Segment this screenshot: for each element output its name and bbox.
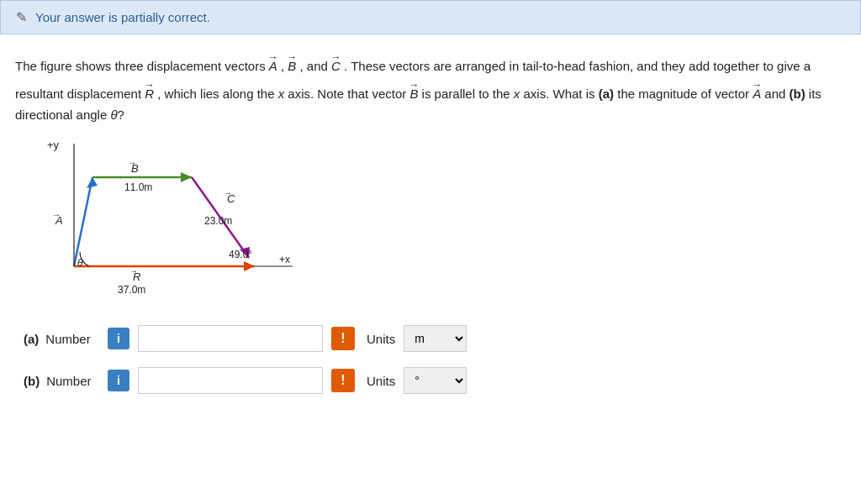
diagram-A-arrow: → bbox=[52, 210, 61, 219]
answer-label-b: (b) Number bbox=[24, 374, 99, 388]
main-content: The figure shows three displacement vect… bbox=[0, 50, 861, 394]
banner: ✎ Your answer is partially correct. bbox=[0, 0, 861, 34]
diagram-B-arrow: → bbox=[128, 158, 136, 167]
vector-A-label2: A bbox=[753, 77, 761, 105]
vector-B-label2: B bbox=[409, 77, 418, 105]
svg-marker-3 bbox=[181, 172, 192, 182]
info-button-a[interactable]: i bbox=[108, 328, 129, 349]
answer-row-b: (b) Number i ! Units ° rad bbox=[24, 367, 837, 394]
number-input-b[interactable] bbox=[138, 367, 323, 394]
diagram-x-axis-label: +x bbox=[279, 254, 290, 265]
answers-section: (a) Number i ! Units m km cm (b) Number … bbox=[15, 325, 846, 394]
number-input-a[interactable] bbox=[138, 325, 323, 352]
diagram-C-arrow: → bbox=[224, 188, 232, 197]
part-letter-b: (b) bbox=[24, 374, 40, 388]
vector-C-label: C bbox=[331, 50, 341, 77]
diagram-C-length: 23.0m bbox=[204, 215, 232, 227]
number-label-b: Number bbox=[46, 374, 91, 388]
number-label-a: Number bbox=[45, 332, 90, 346]
svg-marker-1 bbox=[87, 177, 98, 188]
info-button-b[interactable]: i bbox=[108, 370, 129, 391]
diagram-theta-label: θ bbox=[77, 257, 83, 269]
diagram-R-arrow: → bbox=[129, 266, 138, 276]
answer-label-a: (a) Number bbox=[24, 332, 99, 346]
vector-B-label: B bbox=[288, 50, 296, 77]
units-select-a[interactable]: m km cm bbox=[404, 325, 467, 352]
vector-A-label: A bbox=[269, 50, 277, 77]
svg-marker-7 bbox=[244, 261, 255, 271]
banner-text: Your answer is partially correct. bbox=[35, 10, 210, 24]
diagram-area: +y A → B → 11.0m C → bbox=[32, 134, 318, 302]
problem-text: The figure shows three displacement vect… bbox=[15, 50, 846, 125]
diagram-B-length: 11.0m bbox=[124, 181, 152, 193]
y-axis-label: +y bbox=[47, 139, 60, 151]
answer-row-a: (a) Number i ! Units m km cm bbox=[24, 325, 837, 352]
svg-line-0 bbox=[74, 177, 92, 266]
diagram-R-length: 37.0m bbox=[118, 284, 145, 296]
units-label-b: Units bbox=[367, 374, 395, 388]
part-letter-a: (a) bbox=[24, 332, 39, 346]
units-label-a: Units bbox=[367, 332, 395, 346]
alert-button-b[interactable]: ! bbox=[331, 369, 355, 392]
vector-R-label: R bbox=[145, 77, 154, 105]
vector-diagram: +y A → B → 11.0m C → bbox=[32, 134, 318, 302]
diagram-angle-value: 49.0° bbox=[229, 249, 252, 260]
alert-button-a[interactable]: ! bbox=[331, 327, 355, 350]
pencil-icon: ✎ bbox=[16, 9, 27, 25]
units-select-b[interactable]: ° rad bbox=[404, 367, 467, 394]
